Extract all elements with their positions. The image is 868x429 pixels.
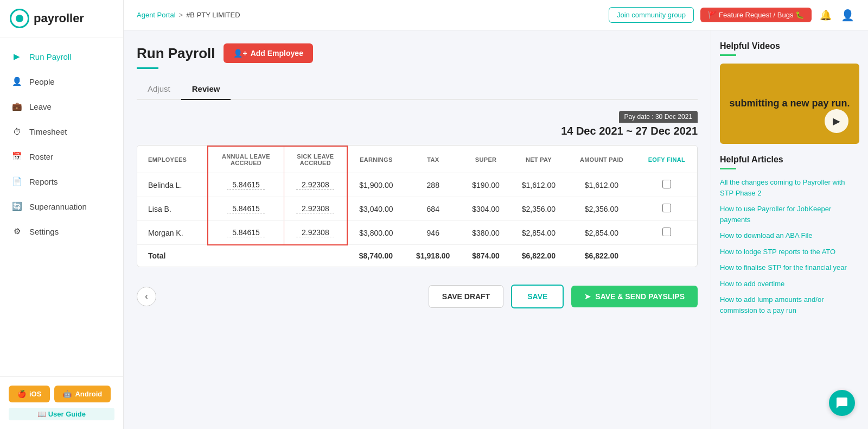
sidebar-item-superannuation[interactable]: 🔄 Superannuation (0, 194, 123, 219)
user-profile-icon[interactable]: 👤 (840, 8, 855, 23)
sidebar-nav: ▶ Run Payroll 👤 People 💼 Leave ⏱ Timeshe… (0, 37, 123, 376)
run-payroll-icon: ▶ (11, 51, 23, 62)
article-link-4[interactable]: How to finalise STP for the financial ye… (720, 262, 859, 273)
sidebar-item-leave[interactable]: 💼 Leave (0, 94, 123, 119)
col-header-annual-leave: ANNUAL LEAVEACCRUED (208, 146, 284, 173)
eofy-checkbox[interactable] (662, 228, 671, 236)
article-link-6[interactable]: How to add lump amounts and/or commissio… (720, 294, 859, 316)
total-amount-paid: $6,822.00 (567, 245, 636, 267)
cell-net-pay: $2,356.00 (510, 197, 567, 221)
cell-sick-leave (284, 173, 347, 197)
article-link-0[interactable]: All the changes coming to Payroller with… (720, 177, 859, 198)
cell-employee-name: Belinda L. (137, 173, 208, 197)
android-button[interactable]: 🤖 Android (54, 386, 111, 402)
cell-employee-name: Lisa B. (137, 197, 208, 221)
cell-tax: 288 (405, 173, 462, 197)
sidebar-item-label-roster: Roster (29, 152, 53, 161)
action-row: ‹ SAVE DRAFT SAVE ➤ SAVE & SEND PAYSLIPS (137, 280, 698, 313)
logo-text: payroller (34, 11, 84, 26)
helpful-videos-title: Helpful Videos (720, 41, 859, 51)
add-employee-button[interactable]: 👤+ Add Employee (224, 43, 312, 63)
total-tax: $1,918.00 (405, 245, 462, 267)
video-thumbnail[interactable]: submitting a new pay run. ▶ (720, 64, 859, 144)
sidebar-item-settings[interactable]: ⚙ Settings (0, 219, 123, 244)
chat-icon (835, 396, 848, 409)
total-eofy (636, 245, 697, 267)
sidebar-item-label-reports: Reports (29, 177, 58, 186)
sidebar-item-roster[interactable]: 📅 Roster (0, 144, 123, 169)
superannuation-icon: 🔄 (11, 200, 23, 212)
sick-leave-input[interactable] (296, 228, 334, 237)
user-guide-link[interactable]: 📖 User Guide (9, 408, 114, 420)
col-header-earnings: EARNINGS (347, 146, 405, 173)
breadcrumb-agent-portal[interactable]: Agent Portal (137, 11, 176, 19)
leave-icon: 💼 (11, 100, 23, 112)
logo-area: payroller (0, 0, 123, 37)
article-link-5[interactable]: How to add overtime (720, 279, 859, 289)
helpful-articles-divider (720, 168, 736, 169)
total-annual-leave (208, 245, 284, 267)
col-header-super: SUPER (462, 146, 510, 173)
save-button[interactable]: SAVE (511, 285, 564, 308)
main-content: Agent Portal > #B PTY LIMITED Join commu… (124, 0, 868, 429)
cell-sick-leave (284, 197, 347, 221)
feature-request-button[interactable]: 🚩 Feature Request / Bugs 🐛 (700, 8, 812, 22)
col-header-sick-leave: SICK LEAVEACCRUED (284, 146, 347, 173)
notification-bell-icon[interactable]: 🔔 (818, 8, 833, 23)
cell-amount-paid: $2,854.00 (567, 221, 636, 245)
sidebar-item-label-leave: Leave (29, 102, 52, 111)
play-button[interactable]: ▶ (825, 109, 848, 133)
sidebar-item-timesheet[interactable]: ⏱ Timesheet (0, 119, 123, 144)
breadcrumb-separator: > (179, 11, 183, 19)
cell-sick-leave (284, 221, 347, 245)
cell-eofy-final (636, 173, 697, 197)
col-header-amount-paid: AMOUNT PAID (567, 146, 636, 173)
tab-adjust[interactable]: Adjust (137, 79, 181, 100)
back-button[interactable]: ‹ (137, 287, 156, 306)
cell-employee-name: Morgan K. (137, 221, 208, 245)
cell-tax: 684 (405, 197, 462, 221)
sick-leave-input[interactable] (296, 180, 334, 190)
article-link-3[interactable]: How to lodge STP reports to the ATO (720, 247, 859, 257)
ios-button[interactable]: 🍎 iOS (9, 386, 50, 402)
article-link-1[interactable]: How to use Payroller for JobKeeper payme… (720, 204, 859, 225)
col-header-employees: EMPLOYEES (137, 146, 208, 173)
sidebar-item-run-payroll[interactable]: ▶ Run Payroll (0, 44, 123, 69)
articles-list: All the changes coming to Payroller with… (720, 177, 859, 316)
cell-eofy-final (636, 197, 697, 221)
annual-leave-input[interactable] (227, 228, 265, 237)
cell-annual-leave (208, 221, 284, 245)
eofy-checkbox[interactable] (662, 180, 671, 188)
top-header: Agent Portal > #B PTY LIMITED Join commu… (124, 0, 868, 30)
join-community-button[interactable]: Join community group (609, 7, 694, 23)
chat-bubble-button[interactable] (829, 390, 855, 416)
eofy-checkbox[interactable] (662, 204, 671, 212)
sick-leave-input[interactable] (296, 204, 334, 213)
sidebar-item-reports[interactable]: 📄 Reports (0, 169, 123, 194)
col-header-tax: TAX (405, 146, 462, 173)
total-sick-leave (284, 245, 347, 267)
cell-earnings: $1,900.00 (347, 173, 405, 197)
cell-tax: 946 (405, 221, 462, 245)
tab-review[interactable]: Review (181, 79, 231, 100)
sidebar-item-people[interactable]: 👤 People (0, 69, 123, 94)
total-net-pay: $6,822.00 (510, 245, 567, 267)
sidebar-bottom: 🍎 iOS 🤖 Android 📖 User Guide (0, 376, 123, 429)
save-send-button[interactable]: ➤ SAVE & SEND PAYSLIPS (571, 286, 698, 307)
pay-period-range: 14 Dec 2021 ~ 27 Dec 2021 (561, 125, 698, 137)
helpful-videos-divider (720, 54, 736, 56)
sidebar-item-label-settings: Settings (29, 227, 59, 236)
cell-earnings: $3,800.00 (347, 221, 405, 245)
save-draft-button[interactable]: SAVE DRAFT (429, 285, 503, 308)
page-title-divider (137, 67, 158, 69)
settings-icon: ⚙ (11, 225, 23, 237)
article-link-2[interactable]: How to download an ABA File (720, 230, 859, 241)
send-icon: ➤ (584, 292, 591, 301)
page-main: Run Payroll 👤+ Add Employee Adjust Revie… (124, 30, 711, 429)
sidebar-item-label-run-payroll: Run Payroll (29, 52, 72, 61)
sidebar: payroller ▶ Run Payroll 👤 People 💼 Leave… (0, 0, 124, 429)
col-header-net-pay: NET PAY (510, 146, 567, 173)
annual-leave-input[interactable] (227, 204, 265, 213)
cell-annual-leave (208, 197, 284, 221)
annual-leave-input[interactable] (227, 180, 265, 190)
